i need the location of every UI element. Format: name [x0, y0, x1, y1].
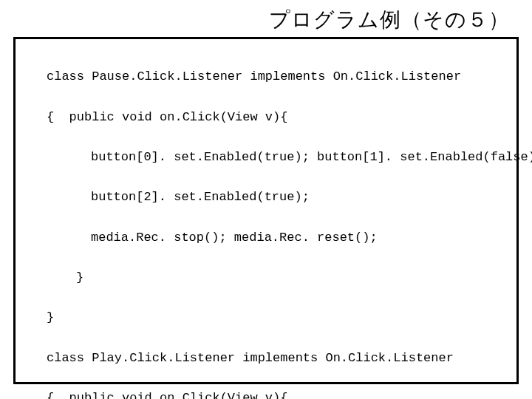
code-line: class Play.Click.Listener implements On.… — [47, 348, 511, 368]
code-line: button[2]. set.Enabled(true); — [91, 187, 511, 207]
code-line: button[0]. set.Enabled(true); button[1].… — [91, 147, 511, 167]
code-line: media.Rec. stop(); media.Rec. reset(); — [91, 228, 511, 248]
code-line: } — [47, 307, 511, 327]
code-line: { public void on.Click(View v){ — [47, 388, 511, 399]
code-line: { public void on.Click(View v){ — [47, 107, 511, 127]
slide-title: プログラム例（その５） — [0, 0, 532, 37]
code-block: class Pause.Click.Listener implements On… — [13, 37, 519, 384]
code-line: } — [76, 267, 511, 287]
code-line: class Pause.Click.Listener implements On… — [47, 66, 511, 86]
